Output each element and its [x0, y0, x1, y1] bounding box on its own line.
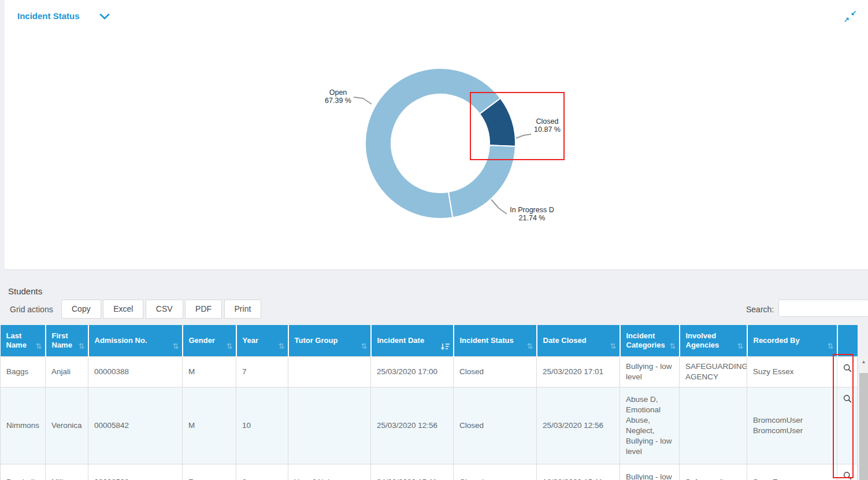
cell-first-name: Anjali [46, 356, 88, 387]
search-input[interactable] [778, 300, 868, 317]
cell-incident-categories: Bullying - low level [620, 356, 680, 387]
cell-admission-no: 00008508 [88, 464, 183, 480]
magnifier-icon [843, 471, 852, 480]
incident-status-panel: Incident Status ↙ ↗ Open 67.39 % Closed … [5, 0, 868, 270]
cell-recorded-by: Suzy Essex [747, 356, 837, 387]
sort-icon: ⇅ [279, 342, 285, 351]
col-header-year[interactable]: Year⇅ [236, 325, 288, 356]
students-table: Last Name⇅First Name⇅Admission No.⇅Gende… [0, 325, 858, 480]
row-search-action[interactable] [837, 356, 858, 387]
col-header-involved-agencies[interactable]: Involved Agencies⇅ [680, 325, 747, 356]
cell-involved-agencies: Safeguarding [680, 464, 747, 480]
sort-icon: ⇅ [227, 342, 233, 351]
pdf-button[interactable]: PDF [185, 300, 222, 319]
slice-label-closed: Closed 10.87 % [522, 117, 572, 134]
sort-icon: ⇅ [173, 342, 179, 351]
scrollbar-thumb[interactable] [859, 373, 868, 480]
cell-incident-date: 25/03/2020 17:00 [371, 356, 454, 387]
col-header-gender[interactable]: Gender⇅ [183, 325, 236, 356]
cell-first-name: Veronica [46, 387, 88, 464]
cell-gender: M [183, 387, 236, 464]
col-header-incident-categories[interactable]: Incident Categories⇅ [620, 325, 680, 356]
cell-incident-status: Closed [454, 464, 537, 480]
col-header-actions [837, 325, 858, 356]
collapse-panel-icon[interactable]: ↙ ↗ [844, 10, 856, 23]
grid-actions-label: Grid actions [10, 305, 53, 314]
cell-incident-date: 24/03/2020 15:11 [371, 464, 454, 480]
cell-date-closed: 25/03/2020 12:56 [537, 387, 620, 464]
cell-first-name: Milly [46, 464, 88, 480]
cell-year: 6 [236, 464, 288, 480]
arrow-up-right-icon: ↗ [844, 17, 850, 23]
students-table-wrap: Last Name⇅First Name⇅Admission No.⇅Gende… [0, 325, 857, 480]
sort-icon: ⇅ [828, 342, 834, 351]
chevron-down-icon[interactable] [99, 13, 110, 21]
cell-involved-agencies [680, 387, 747, 464]
cell-admission-no: 00005842 [88, 387, 183, 464]
copy-button[interactable]: Copy [61, 300, 101, 319]
slice-label-open: Open 67.39 % [316, 88, 360, 105]
col-header-incident-date[interactable]: Incident Date [371, 325, 454, 356]
cell-incident-date: 25/03/2020 12:56 [371, 387, 454, 464]
label-leader-line-closed [516, 134, 531, 138]
table-scrollbar[interactable]: ▲ [859, 357, 868, 480]
cell-tutor-group [288, 356, 371, 387]
table-row: NimmonsVeronica00005842M1025/03/2020 12:… [1, 387, 858, 464]
cell-year: 10 [236, 387, 288, 464]
sort-icon: ⇅ [79, 342, 85, 351]
cell-date-closed: 16/03/2020 15:11 [537, 464, 620, 480]
cell-year: 7 [236, 356, 288, 387]
table-header-row: Last Name⇅First Name⇅Admission No.⇅Gende… [1, 325, 858, 356]
col-header-admission-no[interactable]: Admission No.⇅ [88, 325, 183, 356]
cell-recorded-by: BromcomUser BromcomUser [747, 387, 837, 464]
sort-icon: ⇅ [361, 342, 368, 351]
cell-last-name: Baggs [1, 356, 46, 387]
grid-actions-button-group: Copy Excel CSV PDF Print [61, 300, 261, 319]
cell-gender: M [183, 356, 236, 387]
scrollbar-up-arrow-icon[interactable]: ▲ [859, 357, 868, 367]
excel-button[interactable]: Excel [103, 300, 143, 319]
sort-icon: ⇅ [737, 342, 744, 351]
students-section-title: Students [8, 286, 42, 296]
cell-date-closed: 25/03/2020 17:01 [537, 356, 620, 387]
col-header-first-name[interactable]: First Name⇅ [46, 325, 88, 356]
arrow-down-left-icon: ↙ [851, 10, 856, 16]
table-row: BurchellMilly00008508F6Year 6Alpha24/03/… [1, 464, 858, 480]
cell-incident-categories: Abuse D, Emotional Abuse, Neglect, Bully… [620, 387, 680, 464]
sort-icon: ⇅ [36, 342, 42, 351]
col-header-tutor-group[interactable]: Tutor Group⇅ [288, 325, 371, 356]
incident-status-donut-chart [5, 0, 868, 270]
sort-icon: ⇅ [670, 342, 676, 351]
cell-involved-agencies: SAFEGUARDING AGENCY [680, 356, 747, 387]
col-header-recorded-by[interactable]: Recorded By⇅ [747, 325, 837, 356]
cell-incident-status: Closed [454, 356, 537, 387]
cell-gender: F [183, 464, 236, 480]
col-header-incident-status[interactable]: Incident Status⇅ [454, 325, 537, 356]
row-search-action[interactable] [837, 387, 858, 464]
table-row: BaggsAnjali00000388M725/03/2020 17:00Clo… [1, 356, 858, 387]
cell-tutor-group: Year 6Alpha [288, 464, 371, 480]
search-label: Search: [746, 305, 774, 314]
col-header-last-name[interactable]: Last Name⇅ [1, 325, 46, 356]
cell-last-name: Burchell [1, 464, 46, 480]
cell-incident-status: Closed [454, 387, 537, 464]
cell-last-name: Nimmons [1, 387, 46, 464]
magnifier-icon [843, 394, 852, 403]
col-header-date-closed[interactable]: Date Closed⇅ [537, 325, 620, 356]
magnifier-icon [843, 364, 852, 372]
slice-label-in-progress: In Progress D 21.74 % [499, 206, 565, 222]
sort-desc-icon [440, 343, 450, 350]
csv-button[interactable]: CSV [146, 300, 183, 319]
panel-title[interactable]: Incident Status [17, 11, 80, 21]
cell-incident-categories: Bullying - low level [620, 464, 680, 480]
print-button[interactable]: Print [224, 300, 262, 319]
sort-icon: ⇅ [527, 342, 533, 351]
cell-recorded-by: Suzy Essex [747, 464, 837, 480]
cell-tutor-group [288, 387, 371, 464]
row-search-action[interactable] [837, 464, 858, 480]
cell-admission-no: 00000388 [88, 356, 183, 387]
sort-icon: ⇅ [610, 342, 617, 351]
